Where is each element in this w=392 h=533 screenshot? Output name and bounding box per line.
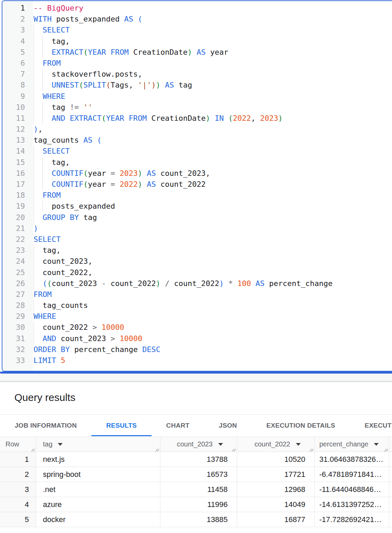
tab-label: EXECUTION DETAILS	[266, 422, 335, 429]
code-token: 10000	[102, 323, 124, 332]
code-token: )	[278, 114, 283, 122]
line-content: count_2022,	[25, 267, 392, 278]
code-token: (	[102, 114, 106, 122]
row-number-cell: 1	[0, 452, 36, 467]
results-table-header: Rowtagcount_2023count_2022percent_change	[0, 437, 392, 452]
line-content: EXTRACT(YEAR FROM CreationDate) AS year	[25, 47, 392, 58]
code-token: WHERE	[34, 312, 56, 321]
indent-guide	[34, 25, 34, 36]
code-token	[115, 334, 119, 343]
tab-label: CHART	[166, 422, 190, 429]
code-line: 15 tag,	[2, 157, 392, 168]
code-line: 31 AND count_2023 > 10000	[2, 333, 392, 344]
sort-caret-icon[interactable]	[58, 443, 63, 446]
indent-guide	[34, 300, 34, 311]
indent-guide	[42, 179, 43, 190]
code-token	[65, 213, 70, 222]
sql-editor[interactable]: 1-- BigQuery2WITH posts_expanded AS (3 S…	[2, 0, 392, 372]
code-token: !=	[70, 103, 79, 112]
tab-chart[interactable]: CHART	[152, 415, 204, 436]
line-content: SELECT	[25, 146, 392, 157]
tab-execution-graph[interactable]: EXECUTION GRAPH	[350, 415, 392, 436]
line-content: AND count_2023 > 10000	[25, 333, 392, 344]
line-number: 30	[2, 322, 25, 333]
code-token	[92, 136, 97, 144]
indent-guide	[34, 58, 34, 69]
line-number: 21	[2, 223, 25, 234]
line-content: tag,	[25, 36, 392, 47]
column-header-percent_change[interactable]: percent_change	[314, 437, 389, 452]
line-content: -- BigQuery	[25, 3, 392, 14]
row-number-cell: 3	[0, 482, 36, 497]
code-token	[34, 59, 43, 67]
row-number-cell: 2	[0, 467, 36, 482]
code-token: 2022	[233, 114, 251, 122]
data-cell: -14.6131397252…	[314, 497, 389, 512]
code-line: 29WHERE	[2, 311, 392, 322]
tab-job-information[interactable]: JOB INFORMATION	[0, 415, 91, 436]
indent-guide	[34, 113, 34, 124]
code-token	[142, 169, 147, 178]
code-line: 11 AND EXTRACT(YEAR FROM CreationDate) I…	[2, 113, 392, 124]
column-resize-handle-icon[interactable]	[309, 446, 314, 451]
data-cell: 10520	[237, 452, 314, 467]
results-tab-bar: JOB INFORMATIONRESULTSCHARTJSONEXECUTION…	[0, 414, 392, 436]
code-token: )	[138, 169, 142, 178]
column-header-label: percent_change	[319, 440, 368, 448]
code-line: 3 SELECT	[2, 25, 392, 36]
code-token: FROM	[43, 191, 61, 199]
line-content: FROM	[25, 289, 392, 300]
line-content: COUNTIF(year = 2023) AS count_2023,	[25, 168, 392, 179]
sort-caret-icon[interactable]	[218, 443, 223, 446]
code-token: =	[110, 169, 115, 178]
code-token	[142, 180, 147, 188]
column-header-count_2022[interactable]: count_2022	[237, 437, 314, 452]
code-token	[251, 279, 256, 288]
code-token: (	[79, 81, 83, 89]
indent-guide	[34, 36, 34, 47]
code-token: -- BigQuery	[34, 4, 83, 12]
tab-label: JOB INFORMATION	[15, 422, 77, 429]
tab-execution-details[interactable]: EXECUTION DETAILS	[252, 415, 350, 436]
data-cell: .net	[36, 482, 160, 497]
indent-guide	[34, 267, 34, 278]
indent-guide	[34, 102, 34, 113]
column-resize-handle-icon[interactable]	[30, 446, 35, 451]
code-token: (	[83, 169, 88, 178]
indent-guide	[42, 36, 43, 47]
data-cell: 17721	[237, 467, 314, 482]
tab-results[interactable]: RESULTS	[91, 415, 151, 436]
data-cell: docker	[36, 512, 160, 527]
code-line: 14 SELECT	[2, 146, 392, 157]
code-line: 1-- BigQuery	[2, 3, 392, 14]
sort-caret-icon[interactable]	[374, 443, 379, 446]
line-number: 5	[2, 47, 25, 58]
indent-guide	[42, 47, 43, 58]
line-number: 4	[2, 36, 25, 47]
data-cell: 14049	[237, 497, 314, 512]
indent-guide	[34, 157, 34, 168]
code-token	[160, 81, 165, 89]
code-token	[115, 180, 119, 188]
column-header-tag[interactable]: tag	[36, 437, 160, 452]
code-token: Tags,	[110, 81, 138, 89]
row-number-cell: 5	[0, 512, 36, 527]
code-token: count_2022	[106, 279, 156, 288]
code-token: year	[88, 169, 110, 178]
code-token: ''	[83, 103, 93, 112]
column-resize-handle-icon[interactable]	[231, 446, 236, 451]
column-resize-handle-icon[interactable]	[383, 446, 388, 451]
code-token: FROM	[34, 290, 52, 299]
code-token: 2023	[120, 169, 138, 178]
code-token: >	[110, 334, 115, 343]
code-token: (	[228, 114, 233, 122]
column-resize-handle-icon[interactable]	[155, 446, 159, 451]
code-token: )	[219, 279, 224, 288]
column-header-count_2023[interactable]: count_2023	[160, 437, 237, 452]
sort-caret-icon[interactable]	[296, 443, 301, 446]
code-line: 32ORDER BY percent_change DESC	[2, 344, 392, 355]
tab-json[interactable]: JSON	[204, 415, 252, 436]
code-token	[34, 213, 43, 222]
code-token: count_2023,	[156, 169, 210, 178]
code-token: percent_change	[265, 279, 333, 288]
